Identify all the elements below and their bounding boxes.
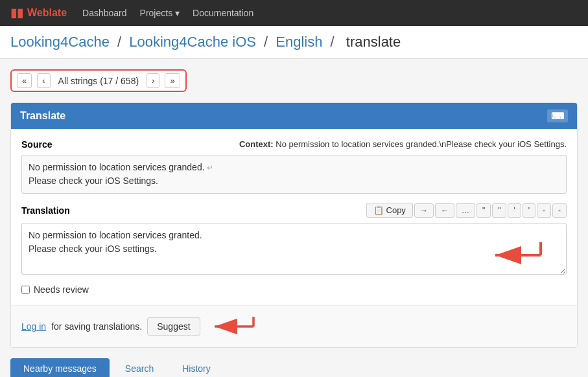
- card-body: Source Context: No permission to locatio…: [11, 129, 577, 305]
- copy-button[interactable]: 📋 Copy: [366, 203, 413, 218]
- copy-icon: 📋: [373, 205, 384, 215]
- needs-review-checkbox[interactable]: [21, 286, 30, 294]
- card-footer: Log in for saving translations. Suggest: [11, 305, 577, 347]
- tab-history[interactable]: History: [169, 358, 224, 377]
- context-value: No permission to location services grand…: [276, 139, 567, 149]
- translation-header: Translation 📋 Copy → ← … " " ' ' - -: [21, 203, 567, 218]
- source-section: Source Context: No permission to locatio…: [21, 139, 567, 150]
- navbar-brand-text: Weblate: [27, 7, 67, 19]
- needs-review-section: Needs review: [21, 284, 567, 295]
- tool-quote-close[interactable]: ": [492, 203, 506, 218]
- navbar-brand[interactable]: ▮▮ Weblate: [10, 6, 67, 20]
- keyboard-icon: ⌨: [547, 109, 568, 122]
- tool-arrow-left[interactable]: ←: [435, 203, 454, 218]
- tab-nearby-messages[interactable]: Nearby messages: [10, 358, 110, 377]
- breadcrumb-bar: Looking4Cache / Looking4Cache iOS / Engl…: [0, 26, 588, 59]
- nav-controls: « ‹ All strings (17 / 658) › »: [10, 69, 187, 92]
- breadcrumb-english[interactable]: English: [276, 34, 322, 50]
- context-label: Context: No permission to location servi…: [239, 139, 567, 149]
- tool-apos-open[interactable]: ': [508, 203, 521, 218]
- strings-label: All strings (17 / 658): [56, 76, 142, 86]
- first-string-button[interactable]: «: [17, 73, 32, 88]
- source-line1: No permission to location services grand…: [29, 162, 205, 172]
- navbar-item-dashboard[interactable]: Dashboard: [82, 8, 127, 18]
- breadcrumb-looking4cache-ios[interactable]: Looking4Cache iOS: [129, 34, 256, 50]
- translate-card: Translate ⌨ Source Context: No permissio…: [10, 102, 578, 348]
- suggest-button[interactable]: Suggest: [147, 317, 200, 336]
- main-content: « ‹ All strings (17 / 658) › » Translate…: [0, 59, 588, 377]
- breadcrumb-current: translate: [346, 34, 401, 50]
- weblate-logo-icon: ▮▮: [10, 6, 23, 20]
- footer-text: for saving translations.: [51, 321, 142, 332]
- source-line2: Please check your iOS Settings.: [29, 176, 158, 186]
- navbar-item-projects[interactable]: Projects: [140, 8, 180, 18]
- source-text-box: No permission to location services grand…: [21, 155, 567, 194]
- tool-ellipsis[interactable]: …: [456, 203, 475, 218]
- last-string-button[interactable]: »: [165, 73, 180, 88]
- bottom-tabs: Nearby messages Search History: [10, 358, 578, 377]
- prev-string-button[interactable]: ‹: [37, 73, 50, 88]
- navbar: ▮▮ Weblate Dashboard Projects Documentat…: [0, 0, 588, 26]
- navbar-item-documentation[interactable]: Documentation: [193, 8, 253, 18]
- login-link[interactable]: Log in: [21, 321, 46, 332]
- tool-quote-open[interactable]: ": [476, 203, 491, 218]
- tool-dash2[interactable]: -: [552, 203, 567, 218]
- annotation-container: [21, 223, 567, 277]
- card-header: Translate ⌨: [11, 103, 577, 129]
- needs-review-label: Needs review: [34, 284, 89, 295]
- tool-apos-close[interactable]: ': [523, 203, 535, 218]
- source-label: Source: [21, 139, 52, 150]
- next-string-button[interactable]: ›: [147, 73, 159, 88]
- translation-tools: 📋 Copy → ← … " " ' ' - -: [366, 203, 567, 218]
- tool-arrow-right[interactable]: →: [414, 203, 434, 218]
- return-symbol: ↵: [205, 163, 213, 172]
- breadcrumb: Looking4Cache / Looking4Cache iOS / Engl…: [10, 34, 578, 51]
- breadcrumb-looking4cache[interactable]: Looking4Cache: [10, 34, 110, 50]
- translation-textarea[interactable]: [21, 223, 567, 275]
- tool-dash1[interactable]: -: [537, 203, 551, 218]
- translation-label: Translation: [21, 205, 70, 216]
- tab-search[interactable]: Search: [112, 358, 167, 377]
- card-title: Translate: [20, 110, 65, 122]
- suggest-red-arrow: [208, 314, 260, 339]
